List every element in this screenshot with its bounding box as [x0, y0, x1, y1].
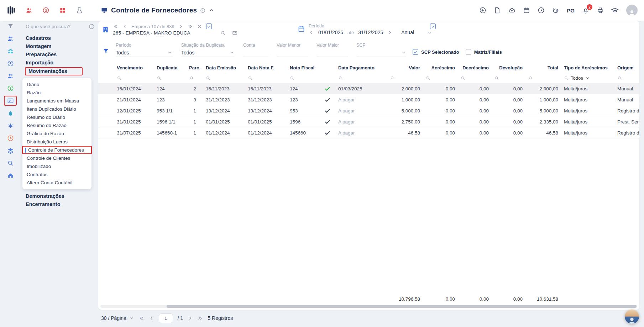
column-filter-acrescimo[interactable]: [423, 73, 458, 83]
filter-valor-menor[interactable]: Valor Menor: [277, 43, 308, 57]
info-icon[interactable]: [200, 8, 205, 13]
filter-situacao-da-duplicata[interactable]: Situação da DuplicataTodos: [181, 43, 235, 57]
table-row[interactable]: 31/01/20251596 1/1101/01/202501/01/20251…: [98, 116, 639, 127]
submenu-item-controle-de-clientes[interactable]: Controle de Clientes: [22, 154, 91, 162]
lab-flask-icon[interactable]: [76, 7, 83, 14]
submenu-item-altera-conta-contabil[interactable]: Altera Conta Contábil: [22, 179, 91, 187]
sidebar-item-preparacoes[interactable]: Preparações: [26, 51, 98, 59]
clock-icon[interactable]: [538, 7, 545, 14]
filter-periodo[interactable]: PeríodoTodos: [116, 43, 173, 57]
scp-selected-checkbox[interactable]: SCP Selecionado: [413, 49, 459, 55]
column-filter-vencimento[interactable]: [114, 73, 154, 83]
column-filter-nota_fiscal[interactable]: [287, 73, 320, 83]
column-filter-pagamento[interactable]: [335, 73, 387, 83]
last-page-button[interactable]: [198, 316, 203, 321]
period-checkbox[interactable]: [430, 23, 436, 29]
app-logo-icon[interactable]: [6, 5, 17, 16]
submenu-item-itens-duplicados-diario[interactable]: Itens Duplicados Diário: [22, 105, 91, 113]
sidebar-item-cadastros[interactable]: Cadastros: [26, 34, 98, 42]
table-row[interactable]: 31/07/2025145660-1101/12/202401/12/20241…: [98, 127, 639, 138]
support-chat-avatar[interactable]: [625, 310, 639, 324]
clients-icon[interactable]: [26, 7, 33, 14]
filter-conta[interactable]: Conta: [243, 43, 268, 57]
column-filter-parc[interactable]: [187, 73, 203, 83]
period-end-date[interactable]: 31/12/2025: [358, 30, 383, 35]
sidebar-item-montagem[interactable]: Montagem: [26, 42, 98, 51]
submenu-item-imobilizado[interactable]: Imobilizado: [22, 162, 91, 170]
gift-icon[interactable]: [4, 47, 17, 55]
submenu-item-resumo-do-diario[interactable]: Resumo do Diário: [22, 113, 91, 121]
column-filter-total[interactable]: [525, 73, 561, 83]
filter-valor-maior[interactable]: Valor Maior: [316, 43, 348, 57]
submenu-item-distribuicao-lucros[interactable]: Distribuição Lucros: [22, 138, 91, 146]
first-company-button[interactable]: [113, 24, 118, 29]
table-row[interactable]: 12/01/2025953 1/1113/12/202413/12/202495…: [98, 105, 639, 116]
column-filter-duplicata[interactable]: [154, 73, 187, 83]
people-icon[interactable]: [4, 35, 17, 42]
table-row[interactable]: 21/01/2024123331/12/202331/12/2023123A p…: [98, 94, 639, 105]
page-input[interactable]: [159, 313, 173, 323]
period-mode-chevron-icon[interactable]: [427, 30, 432, 35]
column-filter-origem[interactable]: [614, 73, 639, 83]
history-clock-icon[interactable]: [4, 134, 17, 142]
next-page-button[interactable]: [188, 316, 193, 321]
team-icon[interactable]: [4, 72, 17, 80]
submenu-item-contratos[interactable]: Contratos: [22, 170, 91, 179]
close-company-icon[interactable]: [197, 24, 202, 29]
submenu-item-grafico-do-razao[interactable]: Gráfico do Razão: [22, 130, 91, 138]
company-mail-icon[interactable]: [232, 30, 237, 36]
document-icon[interactable]: [494, 7, 501, 14]
clock-icon[interactable]: [4, 59, 17, 67]
search-input[interactable]: [26, 24, 86, 29]
sidebar-item-encerramento[interactable]: Encerramento: [26, 200, 98, 209]
dollar-icon[interactable]: [4, 84, 17, 92]
sidebar-item-importacao[interactable]: Importação: [26, 59, 98, 67]
next-company-button[interactable]: [178, 24, 184, 29]
submenu-item-lancamentos-em-massa[interactable]: Lançamentos em Massa: [22, 97, 91, 105]
home-icon[interactable]: [4, 172, 17, 179]
period-start-date[interactable]: 01/01/2025: [318, 30, 343, 35]
help-icon[interactable]: [89, 23, 95, 30]
last-company-button[interactable]: [188, 24, 193, 29]
pg-button[interactable]: PG: [567, 7, 575, 14]
scrollbar-thumb[interactable]: [167, 305, 637, 308]
layers-icon[interactable]: [4, 147, 17, 154]
matriz-filiais-checkbox[interactable]: Matriz/Filiais: [466, 49, 502, 55]
filter-scp[interactable]: SCP: [356, 43, 406, 57]
column-filter-tipo[interactable]: Todos: [561, 73, 614, 83]
printer-icon[interactable]: [597, 7, 604, 14]
user-avatar[interactable]: [626, 5, 638, 16]
billing-icon[interactable]: [42, 7, 49, 14]
period-next-icon[interactable]: [387, 30, 393, 35]
column-filter-valor[interactable]: [387, 73, 423, 83]
submenu-item-resumo-do-razao[interactable]: Resumo do Razão: [22, 121, 91, 130]
drop-icon[interactable]: [4, 109, 17, 117]
asterisk-icon[interactable]: [4, 122, 17, 130]
sidebar-item-demonstracoes[interactable]: Demonstrações: [26, 192, 98, 200]
modules-grid-icon[interactable]: [59, 7, 66, 14]
add-icon[interactable]: [479, 7, 486, 14]
upload-icon[interactable]: [508, 7, 515, 14]
period-mode-select[interactable]: Anual: [401, 30, 414, 35]
notifications-icon[interactable]: 2: [582, 7, 589, 14]
period-prev-icon[interactable]: [309, 30, 314, 35]
column-filter-emissao[interactable]: [203, 73, 245, 83]
collapse-chevron-icon[interactable]: [209, 7, 214, 13]
prev-company-button[interactable]: [122, 24, 127, 29]
funnel-icon[interactable]: [4, 22, 17, 30]
submenu-item-diario[interactable]: Diário: [22, 80, 91, 89]
column-filter-decrescimo[interactable]: [458, 73, 492, 83]
submenu-item-controle-de-fornecedores[interactable]: Controle de Fornecedores: [22, 146, 92, 154]
column-filter-nota_f[interactable]: [245, 73, 287, 83]
supplier-control-icon[interactable]: [4, 96, 17, 106]
prev-page-button[interactable]: [149, 316, 154, 321]
company-checkbox[interactable]: [206, 23, 212, 29]
piggy-bank-icon[interactable]: [552, 7, 559, 14]
education-icon[interactable]: [611, 7, 618, 14]
column-filter-devolucao[interactable]: [492, 73, 525, 83]
search-icon[interactable]: [4, 159, 17, 167]
calendar-icon[interactable]: [523, 7, 530, 14]
first-page-button[interactable]: [139, 316, 144, 321]
horizontal-scrollbar[interactable]: [100, 305, 637, 308]
table-row[interactable]: 15/01/2024124215/11/202315/11/202312401/…: [98, 83, 639, 94]
